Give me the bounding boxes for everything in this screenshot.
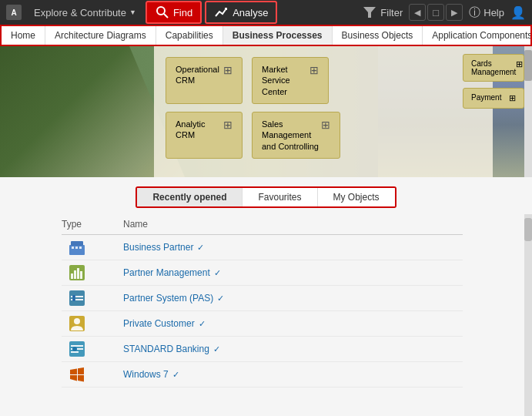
business-partner-icon (69, 239, 85, 256)
user-icon[interactable]: 👤 (510, 5, 526, 20)
help-circle-icon: ⓘ (469, 5, 480, 20)
tab-bar: Home Architecture Diagrams Capabilities … (0, 25, 532, 46)
svg-point-0 (157, 7, 165, 15)
diagram-grid-icon: ⊞ (321, 119, 330, 131)
main-content: Operational CRM ⊞ Market Service Center … (0, 46, 532, 416)
diagram-overlay: Operational CRM ⊞ Market Service Center … (154, 46, 493, 177)
hero-scrollbar-thumb[interactable] (524, 50, 532, 81)
diagram-grid-icon: ⊞ (309, 64, 319, 76)
standard-banking-icon (69, 341, 85, 357)
filter-icon (362, 5, 377, 20)
tab-application-components[interactable]: Application Components (423, 26, 532, 45)
cards-preview: Cards Management ⊞ Payment ⊞ (463, 54, 524, 109)
analyse-label: Analyse (233, 7, 268, 18)
row-icon-private-customer (62, 315, 92, 332)
explore-contribute-menu[interactable]: Explore & Contribute ▼ (28, 0, 142, 25)
hero-diagram-area: Operational CRM ⊞ Market Service Center … (0, 46, 532, 177)
svg-rect-13 (69, 290, 85, 306)
recently-opened-tab[interactable]: Recently opened (137, 188, 243, 206)
card-payment[interactable]: Payment ⊞ (463, 88, 524, 109)
top-nav-right: Filter ◀ □ ▶ ⓘ Help 👤 (362, 4, 526, 21)
table-row: STANDARD Banking ✓ (62, 337, 463, 362)
check-mark-icon: ✓ (199, 319, 206, 329)
diagram-row-2: Analytic CRM ⊞ Sales Management and Cont… (166, 112, 481, 159)
row-name-windows7[interactable]: Windows 7 ✓ (123, 369, 463, 380)
row-icon-partner-system (62, 290, 92, 307)
diagram-box-operational-crm[interactable]: Operational CRM ⊞ (166, 57, 243, 104)
diagram-grid-icon: ⊞ (223, 64, 233, 76)
top-nav-bar: A Explore & Contribute ▼ Find Analyse Fi… (0, 0, 532, 25)
help-button[interactable]: ⓘ Help (469, 5, 504, 20)
analyse-button[interactable]: Analyse (205, 1, 277, 24)
search-icon (155, 5, 170, 20)
table-row: Business Partner ✓ (62, 235, 463, 260)
help-label: Help (483, 7, 504, 18)
tab-capabilities[interactable]: Capabilities (156, 26, 223, 45)
windows-icon (69, 366, 85, 383)
row-icon-partner-management (62, 264, 92, 281)
row-name-partner-management[interactable]: Partner Management ✓ (123, 267, 463, 278)
my-objects-tab[interactable]: My Objects (318, 188, 395, 206)
diagram-row-1: Operational CRM ⊞ Market Service Center … (166, 57, 481, 104)
tab-business-objects[interactable]: Business Objects (333, 26, 423, 45)
row-name-private-customer[interactable]: Private Customer ✓ (123, 318, 463, 329)
row-icon-business-partner (62, 239, 92, 256)
private-customer-icon (69, 315, 85, 332)
svg-rect-21 (71, 345, 83, 347)
diagram-box-sales-management[interactable]: Sales Management and Controlling ⊞ (252, 112, 340, 159)
favourites-tab[interactable]: Favourites (243, 188, 317, 206)
filter-button[interactable]: Filter (362, 5, 403, 20)
check-mark-icon: ✓ (197, 243, 204, 253)
tab-architecture-diagrams[interactable]: Architecture Diagrams (45, 26, 156, 45)
find-button[interactable]: Find (146, 1, 202, 24)
nav-arrows: ◀ □ ▶ (409, 4, 463, 21)
table-row: Private Customer ✓ (62, 311, 463, 337)
svg-rect-5 (72, 247, 74, 249)
svg-point-17 (72, 298, 75, 301)
app-logo[interactable]: A (6, 5, 22, 20)
back-arrow-button[interactable]: ◀ (409, 4, 426, 21)
svg-rect-6 (75, 247, 78, 249)
card-cards-management[interactable]: Cards Management ⊞ (463, 54, 524, 82)
diagram-box-label: Analytic CRM (176, 119, 223, 141)
chart-icon (214, 5, 229, 20)
right-scrollbar-thumb[interactable] (524, 218, 532, 241)
table-area: Type Name Busine (0, 214, 524, 416)
diagram-grid-icon: ⊞ (223, 119, 233, 131)
card-label: Payment (471, 93, 501, 102)
tab-home[interactable]: Home (2, 26, 45, 45)
recent-tabs-area: Recently opened Favourites My Objects (0, 177, 532, 214)
tab-business-processes[interactable]: Business Processes (223, 26, 333, 45)
find-label: Find (173, 7, 192, 18)
forward-arrow-button[interactable]: ▶ (446, 4, 463, 21)
check-mark-icon: ✓ (214, 268, 221, 278)
row-icon-standard-banking (62, 341, 92, 357)
svg-rect-11 (77, 268, 79, 279)
svg-line-1 (164, 14, 168, 18)
card-icon: ⊞ (516, 59, 523, 69)
svg-point-24 (72, 347, 77, 351)
filter-label: Filter (380, 7, 403, 18)
lower-section: Recently opened Favourites My Objects Ty… (0, 177, 532, 416)
diagram-box-market-service[interactable]: Market Service Center ⊞ (252, 57, 329, 104)
table-header: Type Name (62, 214, 463, 235)
svg-marker-2 (363, 7, 376, 18)
explore-label: Explore & Contribute (34, 7, 126, 18)
diagram-box-analytic-crm[interactable]: Analytic CRM ⊞ (166, 112, 243, 159)
partner-management-icon (69, 264, 85, 281)
table-container: Type Name Busine (0, 214, 532, 416)
home-square-button[interactable]: □ (427, 4, 444, 21)
row-name-business-partner[interactable]: Business Partner ✓ (123, 242, 463, 253)
partner-system-icon (69, 290, 85, 307)
svg-point-19 (74, 318, 80, 324)
col-name-header: Name (123, 219, 463, 230)
check-mark-icon: ✓ (217, 294, 224, 304)
table-row: Partner Management ✓ (62, 260, 463, 286)
row-name-standard-banking[interactable]: STANDARD Banking ✓ (123, 344, 463, 354)
row-name-partner-system[interactable]: Partner System (PAS) ✓ (123, 293, 463, 304)
svg-rect-23 (71, 351, 79, 353)
explore-caret-icon: ▼ (129, 8, 136, 16)
right-scrollbar[interactable] (524, 214, 532, 416)
check-mark-icon: ✓ (172, 370, 179, 380)
hero-scrollbar[interactable] (524, 46, 532, 177)
